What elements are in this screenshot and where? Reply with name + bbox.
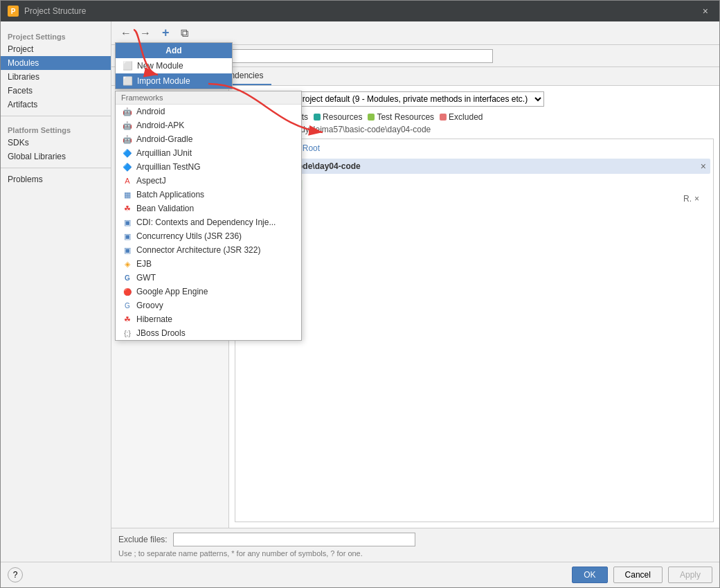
android-gradle-icon: 🤖 <box>123 134 132 144</box>
src-r-button[interactable]: R. <box>683 194 692 204</box>
import-module-icon: ⬜ <box>123 76 133 86</box>
nav-arrows: ← → <box>117 25 154 42</box>
concurrency-icon: ▣ <box>123 231 132 241</box>
title-bar-left: P Project Structure <box>8 6 86 17</box>
dialog-footer: ? OK Cancel Apply <box>1 562 719 587</box>
aspectj-icon: A <box>123 176 132 186</box>
add-dropdown-import-module[interactable]: ⬜ Import Module <box>116 73 232 89</box>
sidebar-item-global-libraries[interactable]: Global Libraries <box>1 150 111 163</box>
app-icon: P <box>8 6 19 17</box>
project-settings-label: Project Settings <box>1 30 111 42</box>
resources-dot <box>314 114 321 121</box>
bean-icon: ☘ <box>123 204 132 213</box>
excluded-dot <box>440 114 447 121</box>
source-folders-section: Source Folders src R. × <box>238 174 710 207</box>
sidebar-divider-2 <box>1 168 111 168</box>
framework-item-connector[interactable]: ▣ Connector Architecture (JSR 322) <box>116 243 301 257</box>
cancel-button[interactable]: Cancel <box>613 567 663 583</box>
sidebar: Project Settings Project Modules Librari… <box>1 21 111 562</box>
content-root-panel: + + Add Content Root F:\F\...\basic-code… <box>235 139 714 522</box>
framework-item-arquillian-junit[interactable]: 🔷 Arquillian JUnit <box>116 146 301 160</box>
framework-item-android[interactable]: 🤖 Android <box>116 105 301 118</box>
path-row: F:\Workspace\StudyHeima57\basic-code\day… <box>235 125 714 134</box>
sidebar-divider <box>1 116 111 116</box>
add-dropdown: Add ⬜ New Module ⬜ Import Module <box>115 42 233 89</box>
platform-settings-label: Platform Settings <box>1 123 111 136</box>
sidebar-item-libraries[interactable]: Libraries <box>1 70 111 84</box>
framework-item-gwt[interactable]: G GWT <box>116 271 301 285</box>
new-module-icon: ⬜ <box>123 61 133 71</box>
framework-item-cdi[interactable]: ▣ CDI: Contexts and Dependency Inje... <box>116 215 301 229</box>
top-toolbar: ← → + ⧉ <box>111 21 719 45</box>
arquillian-junit-icon: 🔷 <box>123 148 132 158</box>
android-apk-icon: 🤖 <box>123 121 132 130</box>
hibernate-icon: ☘ <box>123 314 132 324</box>
framework-item-google-app-engine[interactable]: 🔴 Google App Engine <box>116 285 301 299</box>
google-app-engine-icon: 🔴 <box>123 287 132 296</box>
framework-item-batch[interactable]: ▦ Batch Applications <box>116 188 301 202</box>
framework-item-android-apk[interactable]: 🤖 Android-APK <box>116 118 301 132</box>
back-button[interactable]: ← <box>117 25 135 42</box>
framework-item-android-gradle[interactable]: 🤖 Android-Gradle <box>116 132 301 146</box>
framework-dropdown: Frameworks 🤖 Android 🤖 Android-APK 🤖 And… <box>115 91 302 341</box>
content-root-close-button[interactable]: × <box>701 161 706 172</box>
bottom-bar: Exclude files: Use ; to separate name pa… <box>111 528 719 562</box>
main-content: Project Settings Project Modules Librari… <box>1 21 719 562</box>
exclude-help-text: Use ; to separate name patterns, * for a… <box>118 549 712 558</box>
content-root-header: F:\F\...\basic-code\day04-code × <box>238 159 710 174</box>
exclude-label: Exclude files: <box>118 535 168 544</box>
exclude-row: Exclude files: <box>118 533 712 546</box>
sidebar-item-project[interactable]: Project <box>1 42 111 56</box>
source-tab-resources: Resources <box>314 112 362 122</box>
sidebar-item-artifacts[interactable]: Artifacts <box>1 98 111 112</box>
framework-item-groovy[interactable]: G Groovy <box>116 299 301 312</box>
source-tab-excluded: Excluded <box>440 112 483 122</box>
help-button[interactable]: ? <box>8 567 23 582</box>
source-tabs-row: Sources Tests Resources Test Resour <box>235 112 714 122</box>
connector-icon: ▣ <box>123 245 132 255</box>
project-structure-dialog: P Project Structure × Project Settings P… <box>0 0 720 588</box>
ejb-icon: ◈ <box>123 259 132 269</box>
module-detail: Module SDK: Project default (9 - Modules… <box>229 86 719 528</box>
src-actions: R. × <box>683 194 699 204</box>
close-button[interactable]: × <box>699 4 712 18</box>
sidebar-item-facets[interactable]: Facets <box>1 84 111 98</box>
exclude-input[interactable] <box>173 533 415 546</box>
sidebar-item-problems[interactable]: Problems <box>1 172 111 186</box>
arquillian-testng-icon: 🔷 <box>123 162 132 172</box>
src-folder-item: src R. × <box>242 193 706 204</box>
footer-buttons: OK Cancel Apply <box>572 567 712 583</box>
apply-button[interactable]: Apply <box>668 567 712 583</box>
add-button[interactable]: + <box>159 24 173 42</box>
cdi-icon: ▣ <box>123 217 132 227</box>
batch-icon: ▦ <box>123 190 132 199</box>
ok-button[interactable]: OK <box>572 567 607 583</box>
source-tab-test-resources: Test Resources <box>368 112 434 122</box>
framework-item-aspectj[interactable]: A AspectJ <box>116 174 301 188</box>
src-remove-button[interactable]: × <box>694 194 699 204</box>
sdk-select[interactable]: Project default (9 - Modules, private me… <box>289 91 544 107</box>
framework-item-arquillian-testng[interactable]: 🔷 Arquillian TestNG <box>116 160 301 174</box>
dialog-title: Project Structure <box>24 6 86 16</box>
test-resources-dot <box>368 114 375 121</box>
sdk-row: Module SDK: Project default (9 - Modules… <box>235 91 714 107</box>
title-bar: P Project Structure × <box>1 1 719 21</box>
framework-item-hibernate[interactable]: ☘ Hibernate <box>116 312 301 326</box>
jboss-icon: {;} <box>123 328 132 338</box>
groovy-icon: G <box>123 301 132 310</box>
android-icon: 🤖 <box>123 107 132 116</box>
framework-item-concurrency[interactable]: ▣ Concurrency Utils (JSR 236) <box>116 229 301 243</box>
framework-item-jboss-drools[interactable]: {;} JBoss Drools <box>116 326 301 340</box>
framework-section-header: Frameworks <box>116 91 301 105</box>
forward-button[interactable]: → <box>136 25 154 42</box>
framework-item-ejb[interactable]: ◈ EJB <box>116 257 301 271</box>
add-dropdown-header: Add <box>116 43 232 58</box>
framework-item-bean-validation[interactable]: ☘ Bean Validation <box>116 202 301 215</box>
gwt-icon: G <box>123 273 132 283</box>
add-dropdown-new-module[interactable]: ⬜ New Module <box>116 58 232 73</box>
copy-button[interactable]: ⧉ <box>177 25 192 42</box>
sidebar-item-modules[interactable]: Modules <box>1 56 111 70</box>
sidebar-item-sdks[interactable]: SDKs <box>1 136 111 150</box>
